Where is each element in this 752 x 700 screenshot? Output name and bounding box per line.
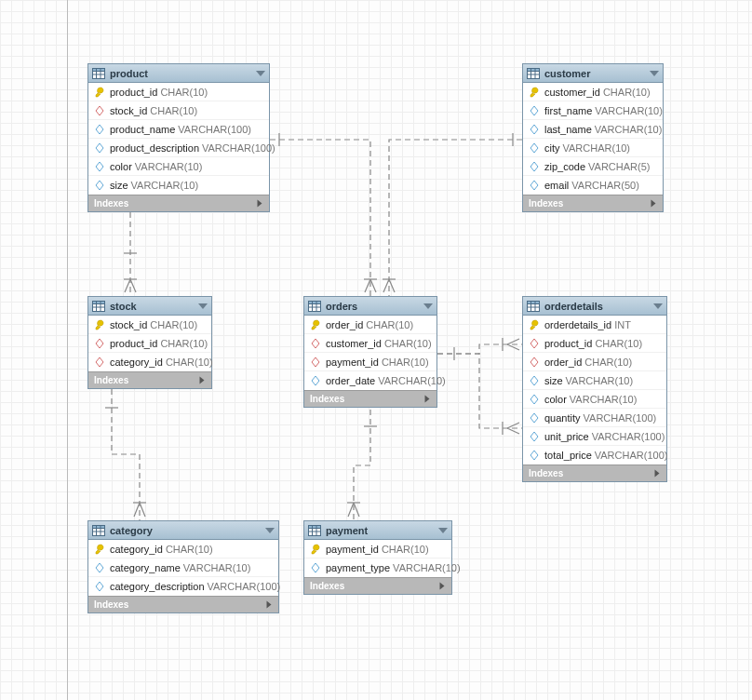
indexes-footer[interactable]: Indexes bbox=[88, 596, 278, 612]
column-icon bbox=[94, 581, 105, 592]
table-header[interactable]: stock bbox=[88, 297, 211, 316]
expand-arrow-icon[interactable] bbox=[200, 377, 205, 384]
column-name: quantity bbox=[544, 412, 581, 424]
column-name: customer_id bbox=[544, 87, 600, 98]
indexes-footer[interactable]: Indexes bbox=[304, 390, 436, 407]
column-name: stock_id bbox=[110, 319, 147, 330]
indexes-footer[interactable]: Indexes bbox=[523, 464, 666, 481]
column-row[interactable]: payment_idCHAR(10) bbox=[304, 540, 451, 559]
column-row[interactable]: emailVARCHAR(50) bbox=[523, 176, 663, 195]
table-header[interactable]: product bbox=[88, 64, 269, 83]
expand-arrow-icon[interactable] bbox=[655, 470, 660, 478]
column-row[interactable]: order_idCHAR(10) bbox=[304, 316, 436, 334]
column-row[interactable]: stock_idCHAR(10) bbox=[88, 101, 269, 120]
column-row[interactable]: first_nameVARCHAR(10) bbox=[523, 101, 663, 120]
column-row[interactable]: category_nameVARCHAR(10) bbox=[88, 559, 278, 577]
column-row[interactable]: sizeVARCHAR(10) bbox=[523, 371, 666, 390]
collapse-arrow-icon[interactable] bbox=[256, 71, 265, 76]
collapse-arrow-icon[interactable] bbox=[650, 71, 659, 76]
entity-table-orderdetails[interactable]: orderdetailsorderdetails_idINTproduct_id… bbox=[522, 296, 667, 482]
table-header[interactable]: payment bbox=[304, 521, 451, 540]
column-row[interactable]: last_nameVARCHAR(10) bbox=[523, 120, 663, 139]
svg-rect-1 bbox=[93, 68, 105, 71]
indexes-label: Indexes bbox=[310, 581, 344, 591]
column-name: color bbox=[110, 161, 132, 172]
column-type: CHAR(10) bbox=[166, 544, 213, 555]
entity-table-category[interactable]: categorycategory_idCHAR(10)category_name… bbox=[87, 520, 279, 613]
column-row[interactable]: product_idCHAR(10) bbox=[88, 83, 269, 101]
column-row[interactable]: category_idCHAR(10) bbox=[88, 540, 278, 559]
entity-table-stock[interactable]: stockstock_idCHAR(10)product_idCHAR(10)c… bbox=[87, 296, 212, 389]
collapse-arrow-icon[interactable] bbox=[653, 303, 663, 309]
column-row[interactable]: orderdetails_idINT bbox=[523, 316, 666, 334]
column-type: CHAR(10) bbox=[160, 338, 208, 349]
column-name: product_id bbox=[110, 338, 157, 349]
column-name: size bbox=[110, 180, 128, 191]
column-type: VARCHAR(10) bbox=[393, 562, 461, 573]
column-icon bbox=[529, 124, 540, 135]
collapse-arrow-icon[interactable] bbox=[423, 303, 433, 309]
column-type: VARCHAR(50) bbox=[571, 180, 639, 191]
column-type: CHAR(10) bbox=[382, 544, 429, 555]
table-header[interactable]: orderdetails bbox=[523, 297, 666, 316]
column-row[interactable]: sizeVARCHAR(10) bbox=[88, 176, 269, 195]
column-icon bbox=[529, 412, 540, 424]
column-icon bbox=[529, 180, 540, 191]
column-row[interactable]: product_idCHAR(10) bbox=[88, 334, 211, 353]
column-name: category_id bbox=[110, 544, 163, 555]
column-name: stock_id bbox=[110, 105, 147, 116]
column-row[interactable]: customer_idCHAR(10) bbox=[304, 334, 436, 353]
expand-arrow-icon[interactable] bbox=[440, 583, 445, 590]
table-name: category bbox=[110, 525, 265, 536]
expand-arrow-icon[interactable] bbox=[258, 200, 262, 208]
column-name: product_id bbox=[544, 338, 592, 349]
collapse-arrow-icon[interactable] bbox=[438, 528, 448, 533]
expand-arrow-icon[interactable] bbox=[425, 396, 430, 403]
column-row[interactable]: customer_idCHAR(10) bbox=[523, 83, 663, 101]
diagram-canvas[interactable]: productproduct_idCHAR(10)stock_idCHAR(10… bbox=[0, 0, 752, 700]
column-name: order_id bbox=[326, 319, 363, 330]
indexes-footer[interactable]: Indexes bbox=[523, 195, 663, 211]
column-type: CHAR(10) bbox=[150, 319, 197, 330]
column-row[interactable]: colorVARCHAR(10) bbox=[523, 390, 666, 409]
column-type: VARCHAR(5) bbox=[588, 161, 650, 172]
column-row[interactable]: stock_idCHAR(10) bbox=[88, 316, 211, 334]
indexes-footer[interactable]: Indexes bbox=[304, 577, 451, 594]
column-row[interactable]: order_idCHAR(10) bbox=[523, 353, 666, 371]
indexes-footer[interactable]: Indexes bbox=[88, 371, 211, 388]
table-header[interactable]: orders bbox=[304, 297, 436, 316]
column-type: CHAR(10) bbox=[382, 357, 429, 368]
column-row[interactable]: product_descriptionVARCHAR(100) bbox=[88, 139, 269, 157]
table-name: orders bbox=[326, 301, 423, 312]
column-row[interactable]: payment_idCHAR(10) bbox=[304, 353, 436, 371]
column-type: VARCHAR(10) bbox=[595, 124, 663, 135]
column-row[interactable]: colorVARCHAR(10) bbox=[88, 157, 269, 176]
column-type: VARCHAR(100) bbox=[592, 431, 665, 442]
column-row[interactable]: zip_codeVARCHAR(5) bbox=[523, 157, 663, 176]
indexes-label: Indexes bbox=[529, 468, 563, 478]
collapse-arrow-icon[interactable] bbox=[198, 303, 208, 309]
column-row[interactable]: unit_priceVARCHAR(100) bbox=[523, 427, 666, 446]
column-row[interactable]: payment_typeVARCHAR(10) bbox=[304, 559, 451, 577]
expand-arrow-icon[interactable] bbox=[651, 200, 656, 208]
entity-table-payment[interactable]: paymentpayment_idCHAR(10)payment_typeVAR… bbox=[303, 520, 452, 595]
column-row[interactable]: total_priceVARCHAR(100) bbox=[523, 446, 666, 464]
entity-table-customer[interactable]: customercustomer_idCHAR(10)first_nameVAR… bbox=[522, 63, 664, 212]
column-row[interactable]: category_idCHAR(10) bbox=[88, 353, 211, 371]
column-row[interactable]: product_nameVARCHAR(100) bbox=[88, 120, 269, 139]
table-header[interactable]: category bbox=[88, 521, 278, 540]
table-name: product bbox=[110, 68, 256, 79]
column-row[interactable]: product_idCHAR(10) bbox=[523, 334, 666, 353]
entity-table-product[interactable]: productproduct_idCHAR(10)stock_idCHAR(10… bbox=[87, 63, 270, 212]
collapse-arrow-icon[interactable] bbox=[265, 528, 275, 533]
indexes-footer[interactable]: Indexes bbox=[88, 195, 269, 211]
foreign-key-icon bbox=[529, 338, 540, 349]
column-row[interactable]: cityVARCHAR(10) bbox=[523, 139, 663, 157]
entity-table-orders[interactable]: ordersorder_idCHAR(10)customer_idCHAR(10… bbox=[303, 296, 437, 408]
column-row[interactable]: order_dateVARCHAR(10) bbox=[304, 371, 436, 390]
expand-arrow-icon[interactable] bbox=[267, 601, 272, 609]
table-name: stock bbox=[110, 301, 198, 312]
column-row[interactable]: category_descriptionVARCHAR(100) bbox=[88, 577, 278, 596]
column-row[interactable]: quantityVARCHAR(100) bbox=[523, 409, 666, 427]
table-header[interactable]: customer bbox=[523, 64, 663, 83]
